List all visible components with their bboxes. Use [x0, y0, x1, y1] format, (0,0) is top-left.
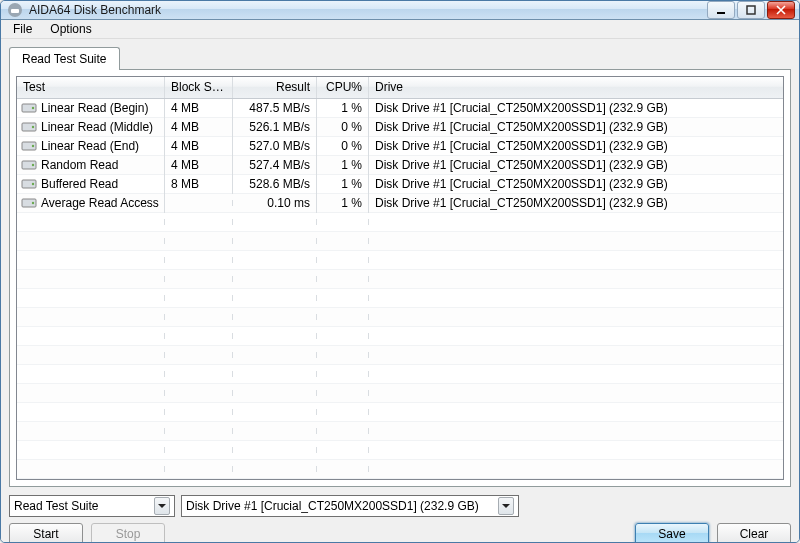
title-bar[interactable]: AIDA64 Disk Benchmark: [1, 1, 799, 20]
table-row-empty: [17, 403, 783, 422]
table-row[interactable]: Linear Read (Middle)4 MB526.1 MB/s0 %Dis…: [17, 118, 783, 137]
cell-cpu: 1 %: [317, 174, 369, 194]
cell-block: [165, 200, 233, 206]
cell-test: Linear Read (End): [17, 136, 165, 156]
table-row-empty: [17, 289, 783, 308]
cell-test: Linear Read (Begin): [17, 99, 165, 118]
drive-combo[interactable]: Disk Drive #1 [Crucial_CT250MX200SSD1] (…: [181, 495, 519, 517]
cell-block: 4 MB: [165, 155, 233, 175]
table-row-empty: [17, 308, 783, 327]
cell-cpu: 1 %: [317, 193, 369, 213]
drive-icon: [21, 102, 37, 114]
stop-button: Stop: [91, 523, 165, 543]
drive-icon: [21, 159, 37, 171]
svg-rect-2: [717, 12, 725, 14]
cell-block: 8 MB: [165, 174, 233, 194]
table-row-empty: [17, 251, 783, 270]
table-row-empty: [17, 232, 783, 251]
col-header-drive[interactable]: Drive: [369, 77, 783, 98]
cell-cpu: 0 %: [317, 136, 369, 156]
cell-result: 487.5 MB/s: [233, 99, 317, 118]
table-row[interactable]: Average Read Access0.10 ms1 %Disk Drive …: [17, 194, 783, 213]
drive-icon: [21, 197, 37, 209]
table-row[interactable]: Linear Read (End)4 MB527.0 MB/s0 %Disk D…: [17, 137, 783, 156]
table-row[interactable]: Linear Read (Begin)4 MB487.5 MB/s1 %Disk…: [17, 99, 783, 118]
suite-combo-text: Read Test Suite: [14, 499, 150, 513]
maximize-button[interactable]: [737, 1, 765, 19]
results-listview[interactable]: Test Block Size Result CPU% Drive Linear…: [16, 76, 784, 480]
svg-point-7: [32, 126, 34, 128]
minimize-button[interactable]: [707, 1, 735, 19]
svg-point-13: [32, 183, 34, 185]
table-row[interactable]: Random Read4 MB527.4 MB/s1 %Disk Drive #…: [17, 156, 783, 175]
svg-point-5: [32, 107, 34, 109]
cell-drive: Disk Drive #1 [Crucial_CT250MX200SSD1] (…: [369, 117, 783, 137]
menu-bar: File Options: [1, 20, 799, 39]
cell-drive: Disk Drive #1 [Crucial_CT250MX200SSD1] (…: [369, 193, 783, 213]
drive-icon: [21, 121, 37, 133]
table-row-empty: [17, 460, 783, 479]
cell-result: 528.6 MB/s: [233, 174, 317, 194]
app-icon: [7, 2, 23, 18]
col-header-block[interactable]: Block Size: [165, 77, 233, 98]
svg-rect-1: [11, 9, 19, 13]
save-button[interactable]: Save: [635, 523, 709, 543]
clear-button[interactable]: Clear: [717, 523, 791, 543]
cell-cpu: 0 %: [317, 117, 369, 137]
table-row-empty: [17, 270, 783, 289]
cell-test: Buffered Read: [17, 174, 165, 194]
cell-drive: Disk Drive #1 [Crucial_CT250MX200SSD1] (…: [369, 174, 783, 194]
window-buttons: [707, 1, 795, 19]
col-header-cpu[interactable]: CPU%: [317, 77, 369, 98]
table-row-empty: [17, 346, 783, 365]
selector-row: Read Test Suite Disk Drive #1 [Crucial_C…: [9, 487, 791, 517]
cell-cpu: 1 %: [317, 155, 369, 175]
close-button[interactable]: [767, 1, 795, 19]
listview-body[interactable]: Linear Read (Begin)4 MB487.5 MB/s1 %Disk…: [17, 99, 783, 479]
table-row-empty: [17, 213, 783, 232]
table-row-empty: [17, 422, 783, 441]
cell-result: 527.4 MB/s: [233, 155, 317, 175]
app-window: AIDA64 Disk Benchmark File Options Read …: [0, 0, 800, 543]
cell-test: Random Read: [17, 155, 165, 175]
cell-test: Linear Read (Middle): [17, 117, 165, 137]
drive-combo-text: Disk Drive #1 [Crucial_CT250MX200SSD1] (…: [186, 499, 494, 513]
table-row-empty: [17, 365, 783, 384]
menu-file[interactable]: File: [5, 20, 40, 38]
menu-options[interactable]: Options: [42, 20, 99, 38]
cell-drive: Disk Drive #1 [Crucial_CT250MX200SSD1] (…: [369, 136, 783, 156]
cell-block: 4 MB: [165, 136, 233, 156]
cell-block: 4 MB: [165, 99, 233, 118]
listview-header[interactable]: Test Block Size Result CPU% Drive: [17, 77, 783, 99]
tab-read-test-suite[interactable]: Read Test Suite: [9, 47, 120, 70]
table-row[interactable]: Buffered Read8 MB528.6 MB/s1 %Disk Drive…: [17, 175, 783, 194]
drive-icon: [21, 140, 37, 152]
cell-drive: Disk Drive #1 [Crucial_CT250MX200SSD1] (…: [369, 99, 783, 118]
cell-test: Average Read Access: [17, 193, 165, 213]
button-row: Start Stop Save Clear: [9, 517, 791, 543]
tab-panel: Test Block Size Result CPU% Drive Linear…: [9, 69, 791, 487]
cell-cpu: 1 %: [317, 99, 369, 118]
table-row-empty: [17, 441, 783, 460]
chevron-down-icon: [498, 497, 514, 515]
tab-strip: Read Test Suite: [9, 45, 791, 69]
col-header-test[interactable]: Test: [17, 77, 165, 98]
drive-icon: [21, 178, 37, 190]
svg-point-15: [32, 202, 34, 204]
suite-combo[interactable]: Read Test Suite: [9, 495, 175, 517]
start-button[interactable]: Start: [9, 523, 83, 543]
chevron-down-icon: [154, 497, 170, 515]
table-row-empty: [17, 384, 783, 403]
cell-result: 526.1 MB/s: [233, 117, 317, 137]
svg-rect-3: [747, 6, 755, 14]
svg-point-9: [32, 145, 34, 147]
cell-block: 4 MB: [165, 117, 233, 137]
svg-point-11: [32, 164, 34, 166]
client-area: Read Test Suite Test Block Size Result C…: [1, 39, 799, 543]
col-header-result[interactable]: Result: [233, 77, 317, 98]
table-row-empty: [17, 327, 783, 346]
cell-drive: Disk Drive #1 [Crucial_CT250MX200SSD1] (…: [369, 155, 783, 175]
cell-result: 0.10 ms: [233, 193, 317, 213]
cell-result: 527.0 MB/s: [233, 136, 317, 156]
window-title: AIDA64 Disk Benchmark: [29, 3, 707, 17]
